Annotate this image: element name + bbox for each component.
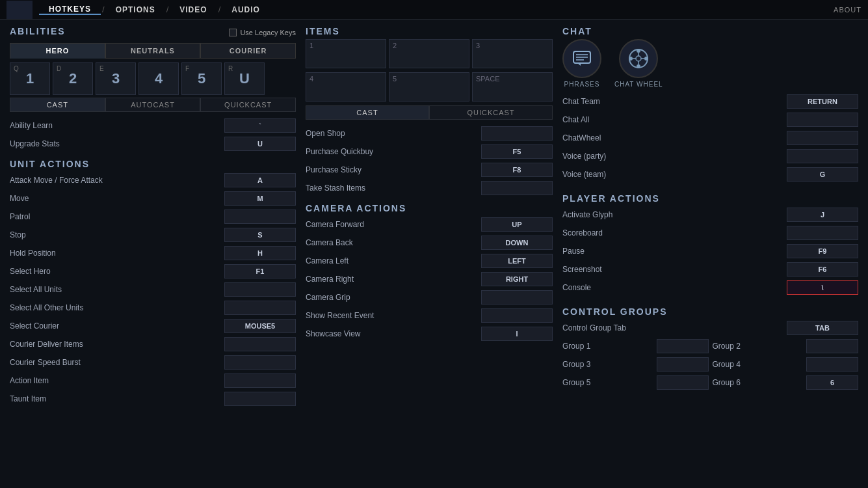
key-hold-position[interactable]: H: [224, 246, 296, 260]
hotkey-action-item: Action Item: [10, 372, 296, 389]
key-attack-move[interactable]: A: [224, 173, 296, 187]
key-chatwheel[interactable]: [787, 131, 858, 145]
key-group1[interactable]: [657, 339, 709, 353]
key-select-courier[interactable]: MOUSE5: [224, 319, 296, 333]
key-cam-grip[interactable]: [481, 290, 553, 305]
tab-courier[interactable]: COURIER: [200, 43, 296, 59]
label-courier-deliver: Courier Deliver Items: [10, 340, 224, 349]
abilities-hotkey-list: Ability Learn ` Upgrade Stats U: [10, 117, 296, 154]
label-open-shop: Open Shop: [306, 129, 481, 138]
key-show-recent[interactable]: [481, 308, 553, 323]
svg-point-6: [637, 49, 640, 53]
key-courier-deliver[interactable]: [224, 337, 296, 351]
item-slot-3[interactable]: 3: [472, 39, 553, 68]
key-move[interactable]: M: [224, 191, 296, 206]
key-cam-right[interactable]: RIGHT: [481, 272, 553, 286]
key-slot-5[interactable]: R U: [224, 62, 265, 95]
item-slot-5[interactable]: 5: [389, 72, 469, 102]
nav-video[interactable]: VIDEO: [170, 5, 217, 14]
key-activate-glyph[interactable]: J: [787, 208, 858, 222]
label-activate-glyph: Activate Glyph: [562, 210, 787, 219]
label-screenshot: Screenshot: [562, 265, 787, 274]
key-slot-2[interactable]: E 3: [96, 62, 136, 95]
key-showcase-view[interactable]: I: [481, 327, 553, 341]
item-slot-2[interactable]: 2: [389, 39, 469, 68]
key-screenshot[interactable]: F6: [787, 262, 858, 277]
key-pause[interactable]: F9: [787, 244, 858, 258]
group3-half: Group 3: [562, 356, 709, 373]
key-slot-4[interactable]: F 5: [181, 62, 222, 95]
items-quickcast-tab[interactable]: QUICKCAST: [429, 105, 553, 120]
item-slot-1[interactable]: 1: [306, 39, 386, 68]
legacy-checkbox[interactable]: [229, 29, 237, 36]
key-chat-all[interactable]: [787, 113, 858, 127]
cast-tab-cast[interactable]: CAST: [10, 98, 105, 112]
key-take-stash[interactable]: [481, 181, 553, 195]
control-groups-row-1: Group 1 Group 2: [562, 338, 858, 355]
nav-hotkeys[interactable]: HOTKEYS: [39, 5, 101, 15]
hotkey-courier-speed: Courier Speed Burst: [10, 354, 296, 371]
nav-about[interactable]: ABOUT: [834, 6, 861, 14]
key-purchase-sticky[interactable]: F8: [481, 163, 553, 177]
chat-phrases-block[interactable]: PHRASES: [562, 39, 601, 88]
hotkey-select-all-units: Select All Units: [10, 281, 296, 298]
key-slot-3[interactable]: 4: [138, 62, 179, 95]
key-cam-back[interactable]: DOWN: [481, 236, 553, 250]
phrases-label: PHRASES: [564, 81, 600, 88]
cast-tabs-abilities: CAST AUTOCAST QUICKCAST: [10, 98, 296, 112]
key-group2[interactable]: [806, 339, 858, 353]
key-taunt-item[interactable]: [224, 392, 296, 406]
key-console[interactable]: \: [787, 280, 858, 295]
chat-wheel-block[interactable]: CHAT WHEEL: [614, 39, 663, 88]
key-group4[interactable]: [806, 357, 858, 372]
key-cam-forward[interactable]: UP: [481, 217, 553, 232]
player-actions-list: Activate Glyph J Scoreboard Pause F9 Scr…: [562, 206, 858, 297]
nav-options[interactable]: OPTIONS: [106, 5, 165, 14]
key-control-group-tab[interactable]: TAB: [787, 321, 858, 335]
key-cam-left[interactable]: LEFT: [481, 254, 553, 268]
tab-neutrals[interactable]: NEUTRALS: [105, 43, 201, 59]
unit-actions-section: UNIT ACTIONS Attack Move / Force Attack …: [10, 159, 296, 409]
key-label-1: D: [57, 65, 61, 72]
hotkey-select-hero: Select Hero F1: [10, 263, 296, 280]
key-group6[interactable]: 6: [806, 375, 858, 390]
key-chat-team[interactable]: RETURN: [787, 94, 858, 109]
key-select-hero[interactable]: F1: [224, 264, 296, 278]
tab-hero[interactable]: HERO: [10, 43, 105, 59]
key-select-all-other[interactable]: [224, 301, 296, 315]
key-courier-speed[interactable]: [224, 355, 296, 370]
cast-tabs-items: CAST QUICKCAST: [306, 105, 553, 120]
key-purchase-quickbuy[interactable]: F5: [481, 144, 553, 159]
key-voice-team[interactable]: G: [787, 167, 858, 182]
cast-tab-quickcast[interactable]: QUICKCAST: [200, 98, 296, 112]
group6-half: Group 6 6: [713, 374, 859, 391]
key-stop[interactable]: S: [224, 228, 296, 242]
label-voice-team: Voice (team): [562, 170, 787, 179]
hotkey-key-ability-learn[interactable]: `: [224, 118, 296, 133]
key-voice-party[interactable]: [787, 149, 858, 163]
nav-audio[interactable]: AUDIO: [222, 5, 270, 14]
right-column: CHAT PHRASES: [562, 26, 858, 481]
legacy-keys-toggle[interactable]: Use Legacy Keys: [229, 29, 296, 36]
items-grid-top: 1 2 3: [306, 39, 553, 68]
key-value-1: 2: [69, 70, 77, 87]
key-patrol[interactable]: [224, 210, 296, 224]
key-slot-1[interactable]: D 2: [53, 62, 93, 95]
key-open-shop[interactable]: [481, 126, 553, 141]
key-slot-0[interactable]: Q 1: [10, 62, 50, 95]
key-group5[interactable]: [657, 375, 709, 390]
items-cast-tab[interactable]: CAST: [306, 105, 429, 120]
key-select-all-units[interactable]: [224, 282, 296, 297]
svg-marker-4: [577, 63, 581, 66]
key-group3[interactable]: [657, 357, 709, 372]
cast-tab-autocast[interactable]: AUTOCAST: [105, 98, 201, 112]
key-scoreboard[interactable]: [787, 226, 858, 240]
label-hold-position: Hold Position: [10, 249, 224, 258]
hotkey-console: Console \: [562, 279, 858, 296]
item-slot-space[interactable]: SPACE: [472, 72, 553, 102]
chat-title: CHAT: [562, 26, 858, 36]
item-num-2: 2: [393, 42, 397, 49]
item-slot-4[interactable]: 4: [306, 72, 386, 102]
key-action-item[interactable]: [224, 373, 296, 388]
hotkey-key-upgrade-stats[interactable]: U: [224, 137, 296, 151]
